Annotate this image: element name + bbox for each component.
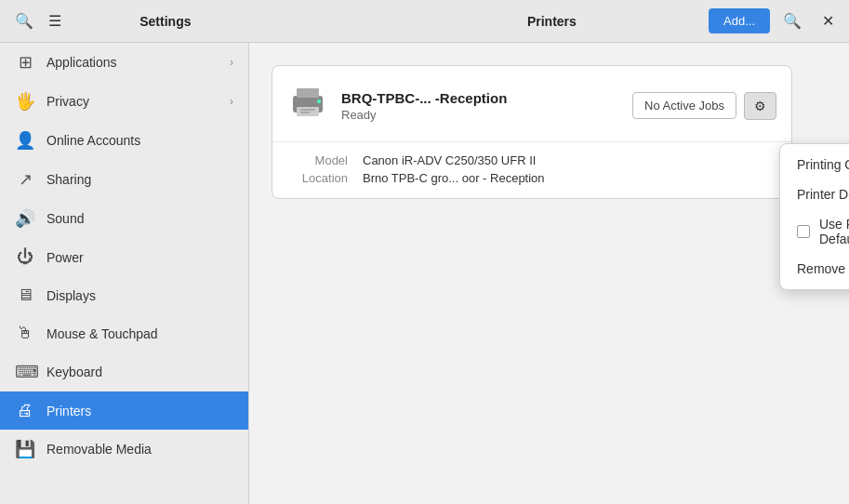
sidebar-label-privacy: Privacy [46,94,219,109]
svg-rect-4 [300,112,310,113]
svg-point-5 [317,99,321,103]
location-label: Location [287,171,348,185]
dropdown-item-use-default[interactable]: Use Printer by Default [780,209,849,254]
sound-icon: 🔊 [15,208,35,229]
add-printer-button[interactable]: Add... [709,8,770,33]
model-value: Canon iR-ADV C250/350 UFR II [363,153,536,167]
printing-options-label: Printing Options [797,157,849,172]
privacy-icon: 🖐 [15,91,35,112]
sidebar-item-applications[interactable]: ⊞ Applications › [0,43,248,82]
printer-card-header: BRQ-TPBC-... -Reception Ready No Active … [272,66,791,141]
privacy-arrow-icon: › [230,95,233,108]
sidebar: ⊞ Applications › 🖐 Privacy › 👤 Online Ac… [0,43,249,504]
sidebar-item-printers[interactable]: 🖨 Printers [0,391,248,430]
sidebar-label-power: Power [46,250,233,265]
location-value: Brno TPB-C gro... oor - Reception [363,171,545,185]
printers-title: Printers [456,14,649,29]
search-left-icon: 🔍 [15,13,33,29]
sidebar-item-online-accounts[interactable]: 👤 Online Accounts [0,121,248,160]
online-accounts-icon: 👤 [15,130,35,151]
mouse-icon: 🖱 [15,324,35,343]
printer-svg-icon [287,81,328,122]
sidebar-item-sound[interactable]: 🔊 Sound [0,199,248,238]
titlebar-search-right-button[interactable]: 🔍 [776,7,809,35]
sidebar-label-sharing: Sharing [46,172,233,187]
search-right-icon: 🔍 [783,13,802,29]
sidebar-label-sound: Sound [46,211,233,226]
sidebar-item-privacy[interactable]: 🖐 Privacy › [0,82,248,121]
use-default-checkbox[interactable] [797,225,810,238]
sidebar-label-keyboard: Keyboard [46,365,233,379]
no-active-jobs-button[interactable]: No Active Jobs [632,92,736,119]
close-button[interactable]: ✕ [815,7,842,35]
printer-details-label: Printer Details [797,187,849,202]
menu-icon: ☰ [48,13,61,29]
sidebar-item-removable-media[interactable]: 💾 Removable Media [0,430,248,469]
sidebar-item-sharing[interactable]: ↗ Sharing [0,160,248,199]
printer-status: Ready [341,108,619,122]
printer-card-icon [287,81,328,130]
sidebar-item-mouse-touchpad[interactable]: 🖱 Mouse & Touchpad [0,314,248,352]
keyboard-icon: ⌨ [15,362,35,382]
model-row: Model Canon iR-ADV C250/350 UFR II [287,153,776,167]
sidebar-label-printers: Printers [46,404,233,418]
sidebar-label-removable-media: Removable Media [46,442,233,457]
printer-card: BRQ-TPBC-... -Reception Ready No Active … [272,65,792,199]
remove-printer-label: Remove Printer [797,261,849,276]
dropdown-item-remove-printer[interactable]: Remove Printer [780,254,849,284]
sidebar-label-displays: Displays [46,288,233,303]
sharing-icon: ↗ [15,169,35,190]
titlebar: 🔍 ☰ Settings Printers Add... 🔍 ✕ [0,0,849,43]
printers-icon: 🖨 [15,401,35,420]
removable-media-icon: 💾 [15,439,35,459]
power-icon: ⏻ [15,247,35,267]
titlebar-actions: Add... 🔍 ✕ [709,7,842,35]
sidebar-item-power[interactable]: ⏻ Power [0,238,248,276]
printer-name: BRQ-TPBC-... -Reception [341,90,619,106]
titlebar-search-left-button[interactable]: 🔍 [7,7,41,35]
printer-info: BRQ-TPBC-... -Reception Ready [341,90,619,122]
sidebar-label-online-accounts: Online Accounts [46,133,233,148]
dropdown-item-printer-details[interactable]: Printer Details [780,179,849,209]
dropdown-item-printing-options[interactable]: Printing Options [780,150,849,179]
svg-rect-3 [300,109,315,111]
printer-details: Model Canon iR-ADV C250/350 UFR II Locat… [272,141,791,198]
printer-actions: No Active Jobs ⚙ [632,92,776,120]
applications-icon: ⊞ [15,52,35,73]
titlebar-menu-button[interactable]: ☰ [41,7,69,35]
svg-rect-1 [297,88,319,98]
sidebar-label-mouse-touchpad: Mouse & Touchpad [46,326,233,341]
sidebar-item-displays[interactable]: 🖥 Displays [0,276,248,314]
sidebar-item-keyboard[interactable]: ⌨ Keyboard [0,352,248,391]
printer-gear-button[interactable]: ⚙ [744,92,776,120]
printer-dropdown-menu: Printing Options Printer Details Use Pri… [779,143,849,290]
location-row: Location Brno TPB-C gro... oor - Recepti… [287,171,776,185]
displays-icon: 🖥 [15,285,35,305]
applications-arrow-icon: › [230,56,233,69]
sidebar-label-applications: Applications [46,55,219,70]
use-default-label: Use Printer by Default [819,217,849,246]
main-layout: ⊞ Applications › 🖐 Privacy › 👤 Online Ac… [0,43,849,504]
settings-title: Settings [69,14,262,29]
model-label: Model [287,153,348,167]
content-area: BRQ-TPBC-... -Reception Ready No Active … [249,43,849,504]
